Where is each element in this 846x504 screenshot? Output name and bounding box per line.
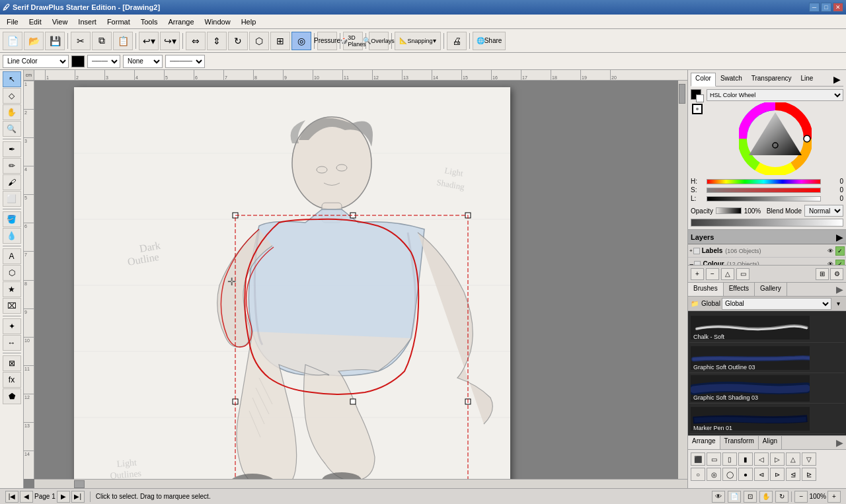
line-style-select[interactable]: ──── ─ ─ ─ · ─ — [87, 55, 120, 68]
arrange-btn-4[interactable]: ▮ — [738, 452, 753, 466]
first-page-button[interactable]: |◀ — [5, 491, 19, 503]
color-wheel-widget[interactable] — [739, 102, 812, 175]
symbol-tool[interactable]: ★ — [3, 281, 21, 297]
menu-file[interactable]: File — [1, 15, 24, 29]
pointer-tool[interactable]: ↖ — [3, 71, 21, 87]
menu-edit[interactable]: Edit — [24, 15, 47, 29]
menu-window[interactable]: Window — [200, 15, 236, 29]
arrange-btn-2[interactable]: ▭ — [707, 452, 721, 466]
arrange-btn-7[interactable]: △ — [786, 452, 800, 466]
arrange-btn-16[interactable]: ⊵ — [802, 468, 816, 481]
status-rotate-button[interactable]: ↻ — [775, 491, 788, 503]
tab-brushes[interactable]: Brushes — [688, 283, 724, 296]
tab-effects[interactable]: Effects — [724, 283, 755, 296]
active-button[interactable]: ◎ — [291, 32, 311, 50]
arrange-btn-14[interactable]: ⊳ — [770, 468, 785, 481]
pressure-button[interactable]: Pressure — [317, 32, 337, 50]
misc-tool-3[interactable]: ⬟ — [3, 388, 21, 404]
eraser-tool[interactable]: ⬜ — [3, 191, 21, 207]
flip-v-button[interactable]: ⇕ — [207, 32, 227, 50]
minimize-button[interactable]: ─ — [809, 3, 820, 12]
layers-panel-expand[interactable]: ▶ — [836, 232, 843, 242]
arrange-btn-6[interactable]: ▷ — [770, 452, 785, 466]
arrange-btn-13[interactable]: ⊲ — [754, 468, 769, 481]
brush-item-chalk-soft[interactable]: Chalk - Soft — [689, 312, 845, 343]
vertical-scrollbar[interactable] — [678, 81, 687, 479]
layer-visibility-labels[interactable]: 👁 — [826, 246, 835, 256]
overlays-button[interactable]: 🔍 Overlays — [369, 32, 389, 50]
effects-tool[interactable]: ✦ — [3, 318, 21, 334]
layer-options-button[interactable]: ⚙ — [830, 268, 843, 280]
cut-button[interactable]: ✂ — [71, 32, 91, 50]
zoom-out-button[interactable]: − — [794, 491, 808, 503]
share-button[interactable]: 🌐 Share — [473, 32, 506, 50]
zoom-in-button[interactable]: + — [827, 491, 841, 503]
line-end-select[interactable]: None — [123, 55, 163, 68]
planes-button[interactable]: 🎲 3D Planes — [343, 32, 363, 50]
global-expand-icon[interactable]: ▾ — [833, 299, 843, 309]
snapping-button[interactable]: 📐 Snapping ▾ — [395, 32, 441, 50]
hue-slider[interactable] — [707, 179, 821, 184]
status-hand-button[interactable]: ✋ — [759, 491, 773, 503]
crop-tool[interactable]: ⌧ — [3, 298, 21, 314]
rotate-button[interactable]: ↻ — [228, 32, 248, 50]
paste-button[interactable]: 📋 — [113, 32, 133, 50]
tab-color[interactable]: Color — [691, 73, 716, 87]
merge-layer-button[interactable]: ▭ — [736, 268, 750, 280]
brushes-panel-expand[interactable]: ▶ — [833, 283, 846, 296]
tab-swatch[interactable]: Swatch — [716, 73, 747, 86]
paint-bucket-tool[interactable]: 🪣 — [3, 211, 21, 227]
brush-tool[interactable]: 🖌 — [3, 174, 21, 190]
print-button[interactable]: 🖨 — [447, 32, 467, 50]
line-weight-select[interactable]: ───── — [165, 55, 205, 68]
menu-view[interactable]: View — [47, 15, 73, 29]
copy-button[interactable]: ⧉ — [92, 32, 112, 50]
flip-h-button[interactable]: ⇔ — [186, 32, 206, 50]
brushes-content[interactable]: Chalk - Soft Graphic Soft Outline 03 — [688, 311, 846, 435]
undo-button[interactable]: ↩▾ — [139, 32, 159, 50]
pan-tool[interactable]: ✋ — [3, 104, 21, 120]
color-panel-expand[interactable]: ▶ — [831, 73, 843, 86]
menu-insert[interactable]: Insert — [73, 15, 102, 29]
node-edit-tool[interactable]: ◇ — [3, 88, 21, 104]
arrange-btn-10[interactable]: ◎ — [707, 468, 721, 481]
zoom-tool[interactable]: 🔍 — [3, 121, 21, 137]
close-button[interactable]: ✕ — [833, 3, 843, 12]
save-button[interactable]: 💾 — [45, 32, 65, 50]
global-category-select[interactable]: Global — [722, 298, 831, 310]
menu-help[interactable]: Help — [236, 15, 262, 29]
delete-layer-button[interactable]: − — [706, 268, 719, 280]
pen-tool[interactable]: ✒ — [3, 141, 21, 157]
transform-button[interactable]: ⬡ — [249, 32, 269, 50]
tab-align[interactable]: Align — [759, 436, 782, 449]
arrange-btn-5[interactable]: ◁ — [754, 452, 769, 466]
layers-content[interactable]: + Labels (106 Objects) 👁 ✓ − Colour (12 … — [688, 244, 846, 265]
prev-page-button[interactable]: ◀ — [20, 491, 33, 503]
arrange-btn-12[interactable]: ● — [738, 468, 753, 481]
pencil-tool[interactable]: ✏ — [3, 158, 21, 174]
horizontal-scrollbar[interactable] — [34, 479, 687, 488]
maximize-button[interactable]: □ — [821, 3, 831, 12]
menu-format[interactable]: Format — [102, 15, 135, 29]
menu-arrange[interactable]: Arrange — [163, 15, 199, 29]
status-visibility-button[interactable]: 👁 — [712, 491, 725, 503]
redo-button[interactable]: ↪▾ — [160, 32, 180, 50]
vscrollbar-thumb[interactable] — [679, 84, 685, 104]
layer-group-colour[interactable]: − Colour (12 Objects) 👁 ✓ — [688, 258, 846, 265]
color-selector-icon[interactable] — [692, 104, 703, 114]
blend-mode-select[interactable]: Normal — [804, 205, 843, 217]
layer-visibility-colour[interactable]: 👁 — [826, 260, 835, 266]
misc-tool-2[interactable]: fx — [3, 372, 21, 388]
last-page-button[interactable]: ▶| — [71, 491, 85, 503]
layer-view-button[interactable]: ⊞ — [816, 268, 829, 280]
text-tool[interactable]: A — [3, 248, 21, 264]
hscrollbar-thumb[interactable] — [74, 480, 85, 488]
add-layer-button[interactable]: + — [691, 268, 704, 280]
brush-item-graphic-outline[interactable]: Graphic Soft Outline 03 — [689, 343, 845, 373]
line-color-swatch[interactable] — [71, 55, 85, 67]
connector-tool[interactable]: ↔ — [3, 335, 21, 351]
tab-arrange[interactable]: Arrange — [688, 436, 720, 449]
lightness-slider[interactable] — [707, 196, 821, 201]
opacity-slider[interactable] — [716, 207, 742, 214]
status-zoom-fit-button[interactable]: ⊡ — [744, 491, 757, 503]
